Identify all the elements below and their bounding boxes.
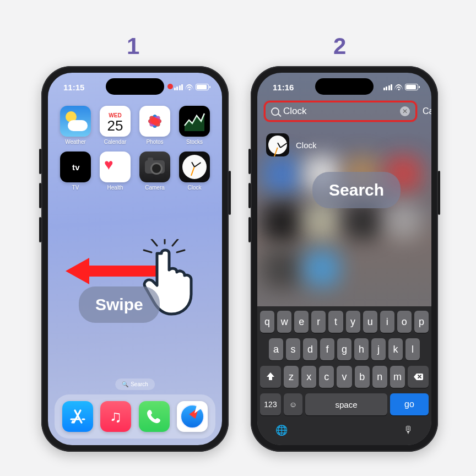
key-t[interactable]: t: [328, 311, 343, 333]
screen[interactable]: 11:15 Weather WED 25 Calendar: [48, 73, 222, 445]
key-n[interactable]: n: [372, 366, 387, 388]
keyboard-row-3: zxcvbnm: [260, 366, 429, 388]
emoji-key[interactable]: ☺: [284, 393, 302, 415]
go-key[interactable]: go: [390, 393, 429, 415]
phone-search-screen: 11:16 ✕ Cancel Clock Search qwertyuiop a…: [251, 66, 438, 452]
health-icon: ♥: [100, 152, 131, 182]
search-input[interactable]: [283, 106, 400, 117]
svg-line-8: [152, 239, 157, 246]
globe-key[interactable]: 🌐: [275, 424, 288, 436]
phone-home-screen: 11:15 Weather WED 25 Calendar: [41, 66, 229, 452]
key-q[interactable]: q: [260, 311, 274, 333]
hint-swipe: Swipe: [79, 286, 160, 323]
battery-icon: [405, 84, 418, 90]
cellular-icon: [174, 84, 183, 90]
key-u[interactable]: u: [363, 311, 377, 333]
key-v[interactable]: v: [337, 366, 351, 388]
key-y[interactable]: y: [346, 311, 360, 333]
svg-line-17: [72, 421, 73, 423]
key-e[interactable]: e: [294, 311, 309, 333]
key-o[interactable]: o: [397, 311, 412, 333]
dynamic-island: [315, 78, 374, 95]
search-icon: 🔍: [122, 381, 128, 387]
status-time: 11:15: [63, 83, 84, 92]
keyboard-row-2: asdfghjkl: [260, 338, 429, 360]
svg-line-14: [75, 410, 82, 423]
key-d[interactable]: d: [303, 338, 317, 360]
hint-search: Search: [312, 172, 401, 208]
photos-icon: [139, 106, 170, 137]
keyboard: qwertyuiop asdfghjkl zxcvbnm 123 ☺ space…: [257, 306, 431, 445]
app-label: Health: [107, 185, 123, 191]
step-label-1: 1: [127, 33, 139, 60]
screen[interactable]: 11:16 ✕ Cancel Clock Search qwertyuiop a…: [257, 73, 431, 445]
key-p[interactable]: p: [414, 311, 429, 333]
numbers-key[interactable]: 123: [260, 393, 281, 415]
wifi-icon: [394, 84, 403, 90]
weather-icon: [60, 106, 91, 137]
app-label: Stocks: [186, 139, 203, 145]
key-a[interactable]: a: [269, 338, 283, 360]
app-label: Calendar: [104, 139, 127, 145]
cancel-button[interactable]: Cancel: [423, 106, 431, 116]
shift-key[interactable]: [260, 366, 281, 388]
app-music[interactable]: ♫: [100, 401, 131, 432]
search-icon: [271, 107, 279, 116]
step-label-2: 2: [333, 33, 346, 60]
app-label: Clock: [187, 185, 201, 191]
space-key[interactable]: space: [305, 393, 387, 415]
app-phone[interactable]: [139, 401, 170, 432]
keyboard-row-4: 123 ☺ space go: [260, 393, 429, 415]
app-appstore[interactable]: [62, 401, 93, 432]
key-k[interactable]: k: [388, 338, 403, 360]
search-result-clock[interactable]: Clock: [266, 133, 423, 156]
tv-icon: tv: [60, 152, 91, 182]
app-label: Weather: [65, 139, 86, 145]
dynamic-island: [106, 78, 164, 95]
backspace-key[interactable]: [408, 366, 429, 388]
key-g[interactable]: g: [337, 338, 351, 360]
key-f[interactable]: f: [320, 338, 334, 360]
key-x[interactable]: x: [301, 366, 316, 388]
key-b[interactable]: b: [355, 366, 370, 388]
app-health[interactable]: ♥ Health: [95, 152, 135, 191]
spotlight-search-pill[interactable]: 🔍 Search: [115, 378, 155, 390]
key-h[interactable]: h: [354, 338, 369, 360]
svg-line-10: [172, 239, 178, 246]
app-camera[interactable]: Camera: [135, 152, 175, 191]
key-l[interactable]: l: [405, 338, 420, 360]
search-pill-label: Search: [131, 381, 148, 387]
app-stocks[interactable]: Stocks: [175, 106, 214, 145]
app-calendar[interactable]: WED 25 Calendar: [95, 106, 135, 145]
cellular-icon: [383, 84, 393, 90]
svg-line-12: [177, 250, 185, 252]
key-w[interactable]: w: [277, 311, 291, 333]
key-m[interactable]: m: [390, 366, 405, 388]
key-c[interactable]: c: [319, 366, 334, 388]
app-safari[interactable]: [177, 401, 208, 432]
app-clock[interactable]: Clock: [175, 152, 214, 191]
svg-line-11: [144, 250, 152, 252]
key-j[interactable]: j: [371, 338, 386, 360]
svg-line-13: [74, 410, 80, 423]
home-app-grid: Weather WED 25 Calendar: [48, 102, 222, 194]
camera-icon: [139, 152, 170, 182]
wifi-icon: [185, 84, 193, 90]
keyboard-row-1: qwertyuiop: [260, 311, 429, 333]
stocks-icon: [179, 106, 210, 137]
status-time: 11:16: [273, 83, 294, 92]
dictation-key[interactable]: 🎙: [403, 424, 413, 436]
clear-search-button[interactable]: ✕: [400, 106, 410, 116]
key-z[interactable]: z: [284, 366, 299, 388]
app-photos[interactable]: Photos: [135, 106, 175, 145]
app-tv[interactable]: tv TV: [56, 152, 95, 191]
calendar-day: 25: [107, 118, 123, 133]
app-label: Photos: [146, 139, 163, 145]
app-weather[interactable]: Weather: [56, 106, 95, 145]
key-s[interactable]: s: [286, 338, 300, 360]
key-i[interactable]: i: [380, 311, 394, 333]
key-r[interactable]: r: [311, 311, 326, 333]
app-label: TV: [72, 185, 79, 191]
search-field[interactable]: ✕: [264, 101, 417, 122]
calendar-icon: WED 25: [100, 106, 131, 137]
